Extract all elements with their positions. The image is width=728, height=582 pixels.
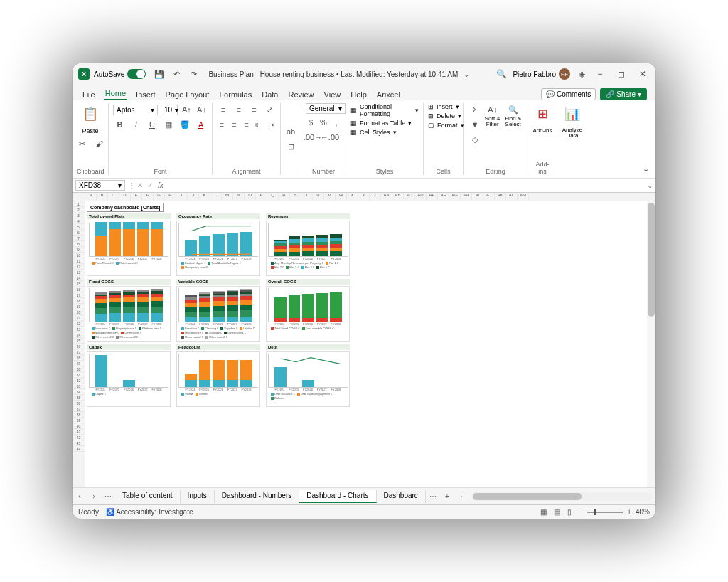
- view-page-break-icon[interactable]: ▯: [567, 508, 572, 516]
- tab-page-layout[interactable]: Page Layout: [164, 89, 211, 100]
- column-headers[interactable]: ABCDEFGHIJKLMNOPQRSTUVWXYZAAABACADAEAFAG…: [73, 193, 655, 201]
- cut-icon[interactable]: ✂: [75, 137, 89, 150]
- chart-body[interactable]: FY2024FY2025FY2026FY2027FY2028Staff ASta…: [176, 351, 260, 407]
- sheet-tab-dashboarc[interactable]: Dashboarc: [377, 490, 426, 503]
- tab-home[interactable]: Home: [104, 88, 127, 100]
- tab-view[interactable]: View: [323, 89, 343, 100]
- find-select-icon[interactable]: 🔍: [506, 103, 520, 116]
- format-as-table-button[interactable]: ▦ Format as Table ▾: [350, 120, 419, 127]
- vertical-scrollbar[interactable]: [647, 201, 655, 487]
- tab-nav-next[interactable]: ›: [87, 492, 101, 500]
- zoom-in-icon[interactable]: +: [627, 508, 631, 516]
- chart-body[interactable]: FY2024FY2025FY2026FY2027FY2028Breakfast …: [176, 286, 260, 342]
- sheet-tab-dashboard-numbers[interactable]: Dashboard - Numbers: [215, 490, 299, 503]
- horizontal-scrollbar[interactable]: [471, 492, 653, 501]
- chart-body[interactable]: FY2024FY2025FY2026FY2027FY2028Capex €: [87, 351, 171, 407]
- align-middle-icon[interactable]: ≡: [232, 103, 245, 116]
- addins-icon[interactable]: ⊞: [532, 103, 553, 125]
- tab-arixcel[interactable]: Arixcel: [375, 89, 402, 100]
- collapse-ribbon-icon[interactable]: ⌄: [638, 162, 653, 175]
- tab-help[interactable]: Help: [349, 89, 368, 100]
- currency-icon[interactable]: $: [306, 116, 316, 129]
- close-button[interactable]: ✕: [636, 67, 650, 81]
- hscroll-thumb[interactable]: [473, 493, 582, 500]
- name-box[interactable]: XFD38▾: [75, 180, 125, 191]
- percent-icon[interactable]: %: [318, 116, 328, 129]
- grid-content[interactable]: Company dashboard [Charts] Total owned F…: [85, 201, 655, 487]
- orientation-icon[interactable]: ⤢: [263, 103, 276, 116]
- font-name-dropdown[interactable]: Aptos▾: [113, 105, 158, 115]
- cancel-formula-icon[interactable]: ✕: [135, 181, 145, 189]
- cell-styles-button[interactable]: ▦ Cell Styles ▾: [350, 129, 419, 136]
- undo-icon[interactable]: ↶: [170, 68, 183, 80]
- chart-body[interactable]: FY2024FY2025FY2026FY2027FY2028Avg. Month…: [266, 221, 350, 276]
- decrease-font-icon[interactable]: A↓: [196, 103, 208, 116]
- fx-icon[interactable]: fx: [155, 181, 166, 189]
- save-icon[interactable]: 💾: [153, 68, 166, 80]
- search-icon[interactable]: 🔍: [494, 67, 508, 81]
- underline-button[interactable]: U: [146, 118, 159, 131]
- bold-button[interactable]: B: [113, 118, 127, 131]
- align-right-icon[interactable]: ≡: [242, 118, 251, 131]
- user-account[interactable]: Pietro Fabbro PF: [513, 68, 570, 80]
- fill-color-icon[interactable]: 🪣: [178, 118, 191, 131]
- tab-more-right-icon[interactable]: ⋯: [426, 492, 440, 500]
- borders-icon[interactable]: ▦: [161, 118, 175, 131]
- indent-decrease-icon[interactable]: ⇤: [254, 118, 263, 131]
- align-center-icon[interactable]: ≡: [229, 118, 238, 131]
- autosave-toggle[interactable]: AutoSave: [94, 69, 146, 79]
- italic-button[interactable]: I: [129, 118, 143, 131]
- align-bottom-icon[interactable]: ≡: [248, 103, 261, 116]
- align-top-icon[interactable]: ≡: [217, 103, 230, 116]
- chart-body[interactable]: FY2024FY2025FY2026FY2027FY2028Booked Nig…: [176, 221, 260, 276]
- wrap-text-icon[interactable]: ab: [284, 125, 298, 138]
- redo-icon[interactable]: ↷: [187, 68, 200, 80]
- enter-formula-icon[interactable]: ✓: [145, 181, 155, 189]
- fill-icon[interactable]: ▼: [468, 118, 482, 131]
- font-size-dropdown[interactable]: 10▾: [161, 105, 178, 115]
- comma-icon[interactable]: ,: [331, 116, 341, 129]
- chart-body[interactable]: FY2024FY2025FY2026FY2027FY2028Insurance …: [87, 286, 171, 342]
- format-cells-button[interactable]: ▢ Format ▾: [428, 122, 459, 129]
- tab-insert[interactable]: Insert: [134, 89, 157, 100]
- sheet-tab-inputs[interactable]: Inputs: [181, 490, 215, 503]
- toggle-on-icon[interactable]: [127, 69, 146, 79]
- chart-body[interactable]: FY2024FY2025FY2026FY2027FY2028Flats Owne…: [87, 221, 171, 276]
- indent-increase-icon[interactable]: ⇥: [267, 118, 276, 131]
- tab-options-icon[interactable]: ⋮: [454, 492, 469, 500]
- zoom-out-icon[interactable]: −: [579, 508, 583, 516]
- tab-review[interactable]: Review: [287, 89, 315, 100]
- new-sheet-button[interactable]: +: [440, 492, 454, 500]
- font-color-icon[interactable]: A: [194, 118, 208, 131]
- row-headers[interactable]: 1234567891011121314151617181920212223242…: [73, 201, 85, 487]
- decrease-decimal-icon[interactable]: ←.00: [323, 131, 337, 144]
- restore-button[interactable]: ◻: [614, 67, 628, 81]
- tab-formulas[interactable]: Formulas: [218, 89, 253, 100]
- tab-file[interactable]: File: [81, 89, 97, 100]
- align-left-icon[interactable]: ≡: [217, 118, 226, 131]
- merge-icon[interactable]: ⊞: [284, 141, 298, 154]
- sheet-tab-table-of-content[interactable]: Table of content: [115, 490, 181, 503]
- analyze-data-icon[interactable]: 📊: [562, 103, 583, 125]
- increase-decimal-icon[interactable]: .00→: [306, 131, 320, 144]
- chart-body[interactable]: FY2024FY2025FY2026FY2027FY2028Debt issua…: [266, 351, 350, 407]
- minimize-button[interactable]: −: [593, 67, 607, 81]
- chevron-down-icon[interactable]: ⌄: [464, 70, 469, 78]
- sheet-tab-dashboard-charts[interactable]: Dashboard - Charts: [299, 490, 376, 503]
- tab-more-icon[interactable]: ⋯: [101, 492, 115, 500]
- view-normal-icon[interactable]: ▦: [540, 508, 547, 516]
- delete-cells-button[interactable]: ⊟ Delete ▾: [428, 112, 459, 120]
- zoom-control[interactable]: − + 40%: [579, 508, 650, 516]
- share-button[interactable]: 🔗 Share ▾: [600, 88, 647, 100]
- diamond-icon[interactable]: ◈: [574, 67, 589, 81]
- increase-font-icon[interactable]: A↑: [181, 103, 193, 116]
- paste-icon[interactable]: 📋: [80, 103, 101, 125]
- clear-icon[interactable]: ◇: [468, 133, 482, 146]
- formula-input[interactable]: [166, 181, 644, 190]
- sort-filter-icon[interactable]: A↓: [486, 103, 500, 116]
- autosum-icon[interactable]: Σ: [468, 103, 482, 116]
- tab-data[interactable]: Data: [260, 89, 279, 100]
- format-painter-icon[interactable]: 🖌: [92, 137, 106, 150]
- chart-body[interactable]: FY2024FY2025FY2026FY2027FY2028Total Fixe…: [266, 286, 350, 342]
- accessibility-button[interactable]: ♿ Accessibility: Investigate: [106, 508, 193, 516]
